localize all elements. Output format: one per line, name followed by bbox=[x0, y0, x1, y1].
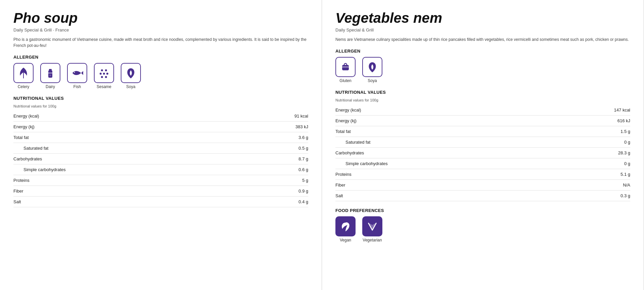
left-allergen-title: ALLERGEN bbox=[13, 55, 308, 60]
dairy-icon bbox=[40, 63, 60, 83]
left-nutrition-title: NUTRITIONAL VALUES bbox=[13, 96, 308, 101]
nutrition-value: 0 g bbox=[624, 161, 630, 166]
nutrition-row: Fiber0.9 g bbox=[13, 186, 308, 197]
nutrition-name: Total fat bbox=[335, 129, 351, 134]
nutrition-value: 0.4 g bbox=[299, 199, 308, 204]
right-nutrition-rows: Energy (kcal)147 kcalEnergy (kj)616 kJTo… bbox=[335, 105, 630, 201]
nutrition-name: Energy (kcal) bbox=[13, 114, 39, 119]
right-food-pref-icons: VeganVegetarian bbox=[335, 216, 630, 242]
nutrition-row: Proteins5 g bbox=[13, 175, 308, 186]
allergen-item-gluten: Gluten bbox=[335, 57, 356, 83]
nutrition-name: Salt bbox=[13, 199, 21, 204]
vegan-icon bbox=[335, 216, 356, 236]
right-allergen-title: ALLERGEN bbox=[335, 49, 630, 54]
allergen-label-sesame: Sesame bbox=[97, 84, 111, 89]
nutrition-row: Carbohydrates28.3 g bbox=[335, 148, 630, 158]
nutrition-value: 147 kcal bbox=[614, 107, 630, 113]
soya-icon bbox=[362, 57, 382, 77]
fish-icon bbox=[67, 63, 87, 83]
gluten-icon bbox=[335, 57, 356, 77]
nutrition-value: 0.3 g bbox=[621, 193, 630, 198]
left-panel: Pho soup Daily Special & Grill · France … bbox=[0, 0, 322, 290]
left-dish-subtitle: Daily Special & Grill · France bbox=[13, 27, 308, 32]
nutrition-row: Saturated fat0.5 g bbox=[13, 143, 308, 154]
left-nutrition-subtitle: Nutritional values for 100g bbox=[13, 104, 308, 108]
right-dish-subtitle: Daily Special & Grill bbox=[335, 27, 630, 32]
allergen-item-dairy: Dairy bbox=[40, 63, 60, 89]
allergen-item-fish: Fish bbox=[67, 63, 87, 89]
allergen-label-dairy: Dairy bbox=[46, 84, 55, 89]
right-dish-title: Vegetables nem bbox=[335, 10, 630, 26]
nutrition-row: FiberN/A bbox=[335, 180, 630, 191]
right-dish-description: Nems are Vietnamese culinary specialitie… bbox=[335, 37, 630, 43]
right-allergen-section: ALLERGEN GlutenSoya bbox=[335, 49, 630, 83]
left-nutrition-rows: Energy (kcal)91 kcalEnergy (kj)383 kJTot… bbox=[13, 111, 308, 207]
nutrition-value: 0 g bbox=[624, 140, 630, 145]
nutrition-value: 0.5 g bbox=[299, 146, 308, 151]
allergen-label-gluten: Gluten bbox=[339, 78, 351, 83]
allergen-item-sesame: Sesame bbox=[94, 63, 114, 89]
right-food-prefs-section: FOOD PREFERENCES VeganVegetarian bbox=[335, 208, 630, 242]
food-pref-label-vegetarian: Vegetarian bbox=[363, 238, 382, 242]
nutrition-name: Energy (kj) bbox=[335, 118, 357, 123]
nutrition-row: Simple carbohydrates0 g bbox=[335, 158, 630, 169]
nutrition-value: 91 kcal bbox=[294, 114, 308, 119]
nutrition-name: Proteins bbox=[13, 178, 30, 183]
nutrition-value: 1.5 g bbox=[621, 129, 630, 134]
nutrition-value: 616 kJ bbox=[618, 118, 630, 123]
nutrition-name: Simple carbohydrates bbox=[13, 167, 66, 172]
nutrition-name: Total fat bbox=[13, 135, 29, 140]
right-allergen-icons: GlutenSoya bbox=[335, 57, 630, 83]
left-dish-title: Pho soup bbox=[13, 10, 308, 26]
food-pref-item-vegetarian: Vegetarian bbox=[362, 216, 382, 242]
allergen-label-celery: Celery bbox=[18, 84, 30, 89]
celery-icon bbox=[13, 63, 34, 83]
right-nutrition-section: NUTRITIONAL VALUES Nutritional values fo… bbox=[335, 90, 630, 201]
allergen-item-soya: Soya bbox=[362, 57, 382, 83]
nutrition-value: 28.3 g bbox=[618, 150, 630, 155]
nutrition-name: Carbohydrates bbox=[13, 156, 42, 161]
nutrition-name: Energy (kcal) bbox=[335, 107, 361, 113]
allergen-label-fish: Fish bbox=[73, 84, 81, 89]
nutrition-row: Simple carbohydrates0.6 g bbox=[13, 164, 308, 175]
nutrition-name: Fiber bbox=[13, 189, 23, 194]
nutrition-name: Salt bbox=[335, 193, 343, 198]
nutrition-row: Salt0.4 g bbox=[13, 197, 308, 207]
left-nutrition-section: NUTRITIONAL VALUES Nutritional values fo… bbox=[13, 96, 308, 207]
nutrition-row: Energy (kcal)91 kcal bbox=[13, 111, 308, 122]
right-food-prefs-title: FOOD PREFERENCES bbox=[335, 208, 630, 213]
nutrition-row: Energy (kj)383 kJ bbox=[13, 122, 308, 132]
nutrition-row: Total fat1.5 g bbox=[335, 126, 630, 137]
allergen-item-celery: Celery bbox=[13, 63, 34, 89]
allergen-label-soya: Soya bbox=[368, 78, 377, 83]
nutrition-value: 3.6 g bbox=[299, 135, 308, 140]
left-allergen-icons: CeleryDairyFishSesameSoya bbox=[13, 63, 308, 89]
nutrition-row: Salt0.3 g bbox=[335, 191, 630, 201]
food-pref-item-vegan: Vegan bbox=[335, 216, 356, 242]
left-allergen-section: ALLERGEN CeleryDairyFishSesameSoya bbox=[13, 55, 308, 89]
nutrition-row: Saturated fat0 g bbox=[335, 137, 630, 148]
nutrition-name: Fiber bbox=[335, 183, 345, 188]
nutrition-row: Energy (kcal)147 kcal bbox=[335, 105, 630, 116]
soya-icon bbox=[121, 63, 141, 83]
nutrition-value: 383 kJ bbox=[296, 124, 308, 129]
nutrition-value: 5 g bbox=[302, 178, 308, 183]
nutrition-name: Proteins bbox=[335, 172, 352, 177]
nutrition-row: Proteins5.1 g bbox=[335, 169, 630, 180]
nutrition-value: 0.6 g bbox=[299, 167, 308, 172]
nutrition-value: N/A bbox=[623, 183, 630, 188]
nutrition-value: 0.9 g bbox=[299, 189, 308, 194]
right-nutrition-title: NUTRITIONAL VALUES bbox=[335, 90, 630, 95]
food-pref-label-vegan: Vegan bbox=[340, 238, 351, 242]
nutrition-name: Saturated fat bbox=[13, 146, 48, 151]
sesame-icon bbox=[94, 63, 114, 83]
left-dish-description: Pho is a gastronomic monument of Vietnam… bbox=[13, 37, 308, 49]
nutrition-name: Saturated fat bbox=[335, 140, 370, 145]
right-nutrition-subtitle: Nutritional values for 100g bbox=[335, 98, 630, 102]
allergen-label-soya: Soya bbox=[126, 84, 135, 89]
nutrition-name: Energy (kj) bbox=[13, 124, 35, 129]
vegetarian-icon bbox=[362, 216, 382, 236]
nutrition-row: Total fat3.6 g bbox=[13, 132, 308, 143]
nutrition-row: Energy (kj)616 kJ bbox=[335, 116, 630, 126]
right-panel: Vegetables nem Daily Special & Grill Nem… bbox=[322, 0, 644, 290]
